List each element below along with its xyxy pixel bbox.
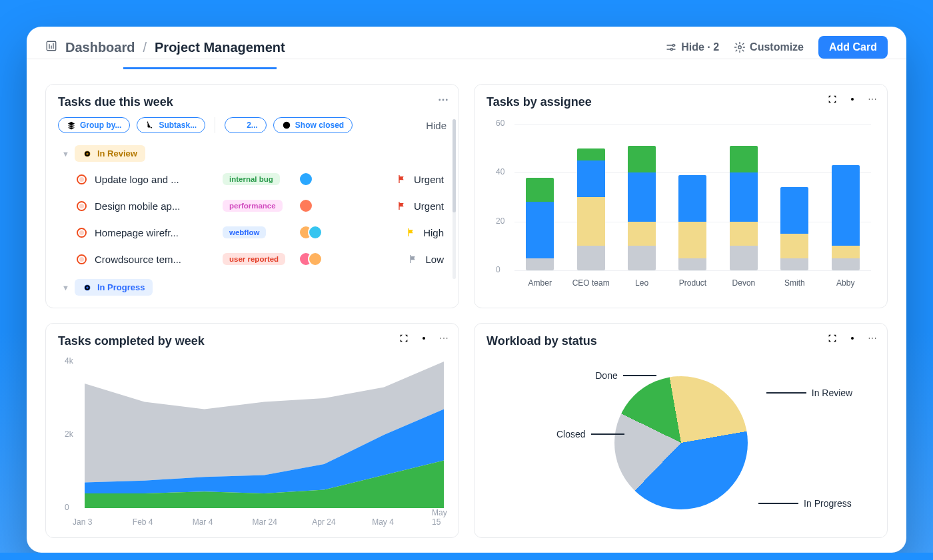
bar-segment [780, 187, 808, 234]
svg-point-16 [872, 99, 872, 99]
task-tag-cell: internal bug [209, 173, 291, 185]
svg-point-15 [869, 99, 870, 99]
expand-icon[interactable] [827, 333, 838, 344]
svg-point-4 [439, 99, 441, 101]
collapse-caret-icon[interactable]: ▼ [62, 150, 69, 158]
list-lines-icon [209, 201, 219, 210]
chip-group-by[interactable]: Group by... [58, 117, 130, 133]
list-lines-icon [209, 228, 219, 237]
x-tick-label: May 4 [372, 517, 394, 527]
bar[interactable] [577, 148, 605, 270]
y-tick-label: 0 [496, 265, 500, 274]
task-row[interactable]: Design mobile ap...performanceUrgent [58, 192, 447, 219]
task-row[interactable]: Update logo and ...internal bugUrgent [58, 166, 447, 192]
assignee-avatars[interactable] [299, 225, 331, 240]
svg-point-11 [86, 152, 89, 155]
priority-label: Urgent [414, 200, 444, 212]
priority-label: Urgent [414, 174, 444, 185]
task-tag[interactable]: internal bug [223, 173, 280, 185]
task-status-icon[interactable] [77, 201, 87, 211]
gear-icon[interactable] [847, 333, 858, 344]
svg-point-13 [86, 286, 89, 289]
task-tag-cell: user reported [209, 253, 291, 265]
chip-subtasks[interactable]: Subtask... [137, 117, 205, 133]
pie[interactable] [614, 376, 748, 509]
bar[interactable] [628, 146, 656, 270]
expand-icon[interactable] [399, 333, 409, 344]
priority-cell[interactable]: Urgent [397, 200, 444, 212]
bar-segment [526, 258, 554, 270]
tasks-list: Update logo and ...internal bugUrgentDes… [58, 166, 447, 272]
hide-filters-button[interactable]: Hide [426, 120, 447, 131]
gear-icon[interactable] [419, 333, 429, 344]
task-title: Update logo and ... [95, 174, 201, 185]
card-tasks-due: Tasks due this week Group by... Subtask.… [45, 84, 459, 308]
assignee-avatars[interactable] [299, 198, 331, 213]
x-tick-label: CEO team [565, 278, 616, 288]
dashboard-grid: Tasks due this week Group by... Subtask.… [27, 69, 906, 553]
bar-segment [832, 258, 860, 270]
bar-segment [730, 172, 758, 221]
expand-icon[interactable] [827, 94, 838, 105]
chip-show-closed[interactable]: Show closed [273, 117, 353, 133]
card-workload: Workload by status DoneIn ReviewClosedIn… [474, 323, 888, 538]
customize-button[interactable]: Customize [734, 41, 804, 53]
bar-segment [526, 178, 554, 202]
bar-segment [780, 234, 808, 258]
task-tag[interactable]: user reported [223, 253, 285, 265]
task-row[interactable]: Homepage wirefr...webflowHigh [58, 219, 447, 246]
y-tick-label: 0 [65, 503, 69, 512]
bar[interactable] [730, 146, 758, 270]
chip-divider [215, 117, 215, 133]
app-window: Dashboard / Project Management Hide · 2 … [27, 27, 906, 553]
list-lines-icon [209, 254, 219, 264]
assignee-avatars[interactable] [299, 252, 331, 266]
task-status-icon[interactable] [77, 228, 87, 238]
task-tag[interactable]: performance [223, 200, 283, 212]
svg-point-6 [447, 99, 448, 101]
x-tick-label: Jan 3 [73, 517, 92, 527]
x-tick-label: Mar 24 [253, 517, 277, 527]
task-status-icon[interactable] [77, 174, 87, 184]
subtask-icon [145, 121, 155, 130]
more-icon[interactable] [439, 333, 449, 344]
bar-segment [628, 146, 656, 172]
bar[interactable] [832, 165, 860, 270]
filter-icon[interactable] [379, 333, 389, 344]
bar-segment [526, 202, 554, 258]
x-tick-label: Abby [820, 278, 871, 288]
more-icon[interactable] [867, 94, 878, 105]
flag-icon [397, 200, 407, 211]
x-tick-label: Apr 24 [312, 517, 335, 527]
gear-icon[interactable] [847, 94, 858, 105]
bar-segment [678, 258, 706, 270]
collapse-caret-icon[interactable]: ▼ [62, 284, 69, 292]
breadcrumb-root[interactable]: Dashboard [65, 40, 135, 55]
hide-columns-button[interactable]: Hide · 2 [665, 41, 719, 53]
bar[interactable] [780, 187, 808, 270]
task-row[interactable]: Crowdsource tem...user reportedLow [58, 246, 447, 272]
priority-cell[interactable]: Urgent [397, 174, 444, 185]
bar-segment [577, 148, 605, 160]
task-status-icon[interactable] [77, 254, 87, 264]
bar[interactable] [678, 175, 706, 270]
bar[interactable] [526, 178, 554, 270]
filter-icon[interactable] [807, 94, 818, 105]
dashboard-icon [45, 40, 57, 55]
more-icon[interactable] [867, 333, 878, 344]
status-pill-in-progress[interactable]: In Progress [75, 279, 153, 296]
priority-cell[interactable]: High [406, 227, 444, 238]
x-tick-label: Mar 4 [193, 517, 213, 527]
page-title[interactable]: Project Management [155, 40, 285, 55]
scrollbar[interactable] [453, 119, 456, 279]
more-icon[interactable] [437, 94, 449, 106]
y-tick-label: 40 [496, 167, 504, 176]
filter-icon[interactable] [807, 333, 818, 344]
task-tag[interactable]: webflow [223, 226, 266, 238]
assignee-avatars[interactable] [299, 172, 331, 186]
priority-cell[interactable]: Low [408, 254, 444, 265]
chip-columns[interactable]: 2... [225, 117, 267, 133]
svg-point-14 [851, 98, 854, 101]
add-card-button[interactable]: Add Card [818, 36, 888, 59]
status-pill-in-review[interactable]: In Review [75, 145, 145, 162]
